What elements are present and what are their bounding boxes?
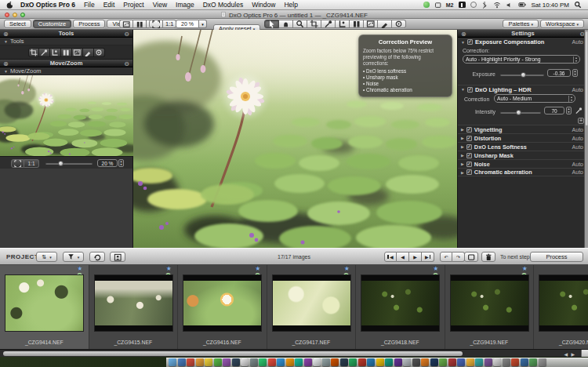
dock-app-icon[interactable] xyxy=(439,358,447,366)
filmstrip-item[interactable]: ★ * _CZG9415.NEF xyxy=(89,265,179,349)
zoom-slider-thumb[interactable] xyxy=(58,161,64,166)
thumbnail-image[interactable] xyxy=(361,275,439,331)
exposure-stepper[interactable]: ▴▾ xyxy=(572,69,578,77)
horizon-tool-button[interactable] xyxy=(336,20,350,28)
dock-app-icon[interactable] xyxy=(448,358,456,366)
menu-file[interactable]: File xyxy=(84,1,95,9)
thumbnail-image[interactable] xyxy=(183,275,261,331)
thumbnail-image[interactable] xyxy=(273,275,350,331)
zoom-slider-track[interactable] xyxy=(45,162,93,165)
scrollbar-thumb[interactable] xyxy=(3,351,463,356)
frame-tool-button[interactable] xyxy=(72,48,83,57)
enable-checkbox[interactable]: ✓ xyxy=(467,87,473,93)
dock-app-icon[interactable] xyxy=(457,358,465,366)
navigator-thumbnail[interactable] xyxy=(0,75,133,156)
undo-button[interactable]: ↶ xyxy=(440,252,452,262)
dust-tool-button[interactable] xyxy=(378,20,392,28)
frame-tool-button[interactable] xyxy=(364,20,378,28)
filmstrip-item[interactable]: ★ * _CZG9416.NEF xyxy=(178,265,267,349)
dock-app-icon[interactable] xyxy=(485,358,492,366)
dust-tool-button[interactable] xyxy=(83,48,94,57)
local-adjust-eyedropper-icon[interactable] xyxy=(575,107,583,114)
menu-dxo-modules[interactable]: DxO Modules xyxy=(203,1,244,9)
filmstrip-item[interactable]: ★ * _CZG9417.NEF xyxy=(267,265,357,349)
dock-app-icon[interactable] xyxy=(259,358,267,366)
dock-app-icon[interactable] xyxy=(331,358,339,366)
enable-checkbox[interactable]: ✓ xyxy=(466,136,472,141)
disclosure-triangle-icon[interactable]: ▼ xyxy=(4,69,8,74)
zoom-tool-button[interactable] xyxy=(293,20,307,28)
dock-app-icon[interactable] xyxy=(214,358,222,366)
square-menu-icon[interactable] xyxy=(434,2,441,9)
green-status-icon[interactable] xyxy=(423,2,430,8)
star-rating-icon[interactable]: ★ xyxy=(255,265,260,272)
star-rating-icon[interactable]: ★ xyxy=(433,265,438,272)
dock-app-icon[interactable] xyxy=(241,358,249,366)
enable-checkbox[interactable]: ✓ xyxy=(466,127,472,133)
lighting-correction-dropdown[interactable]: Auto - Medium ▴▾ xyxy=(494,94,575,103)
enable-checkbox[interactable]: ✓ xyxy=(466,144,472,150)
section-lens-softness[interactable]: ▶✓ DxO Lens SoftnessAuto xyxy=(458,142,588,151)
star-rating-icon[interactable]: ★ xyxy=(344,265,350,272)
dock-app-icon[interactable] xyxy=(466,358,474,366)
split-image-view-button[interactable] xyxy=(133,20,147,28)
dock-app-icon[interactable] xyxy=(313,358,321,366)
dock-app-icon[interactable] xyxy=(349,358,357,366)
dock-app-icon[interactable] xyxy=(205,358,212,366)
section-distortion[interactable]: ▶✓ DistortionAuto xyxy=(458,133,588,142)
close-palette-icon[interactable]: ⊗ xyxy=(461,31,466,38)
dock-app-icon[interactable] xyxy=(178,358,186,366)
dxo-lighting-header[interactable]: ▼ ✓ DxO Lighting – HDR Auto xyxy=(458,85,588,93)
eyedropper-tool-button[interactable] xyxy=(39,48,50,57)
scroll-right-icon[interactable]: ▶ xyxy=(571,351,575,357)
filmstrip-item[interactable]: ★ * _CZG9418.NEF xyxy=(356,265,445,349)
dock-app-icon[interactable] xyxy=(475,358,483,366)
next-image-button[interactable]: ▶ xyxy=(409,252,422,262)
exposure-correction-dropdown[interactable]: Auto - Highlight Priority - Strong ▴▾ xyxy=(463,55,580,64)
filmstrip-scrollbar[interactable]: ◀ ▶ xyxy=(0,349,588,357)
dock-app-icon[interactable] xyxy=(503,358,510,366)
section-vignetting[interactable]: ▶✓ VignettingAuto xyxy=(458,125,588,133)
filmstrip-item[interactable]: _CZG9420.NEF xyxy=(534,265,588,349)
exposure-value-field[interactable]: -0.36 xyxy=(547,69,571,77)
fit-to-screen-button[interactable] xyxy=(11,159,24,168)
app-menu-title[interactable]: DxO Optics Pro 6 xyxy=(20,1,75,9)
dock-app-icon[interactable] xyxy=(169,358,176,366)
enable-checkbox[interactable]: ✓ xyxy=(466,162,472,167)
menu-help[interactable]: Help xyxy=(284,1,297,9)
last-image-button[interactable]: ▶ xyxy=(422,252,434,262)
exposure-compensation-header[interactable]: ▼ ✓ Exposure Compensation Auto xyxy=(458,38,588,46)
workspace-button[interactable]: Workspace▾ xyxy=(540,20,584,28)
battery-icon[interactable] xyxy=(517,1,527,9)
zoom-level-caret[interactable]: ▾ xyxy=(199,20,207,28)
disclosure-triangle-icon[interactable]: ▶ xyxy=(461,170,464,175)
time-machine-icon[interactable] xyxy=(470,2,477,8)
menu-clock[interactable]: Sat 10:40 PM xyxy=(532,2,569,9)
dock-app-icon[interactable] xyxy=(304,358,312,366)
disclosure-triangle-icon[interactable]: ▶ xyxy=(461,162,464,166)
disclosure-triangle-icon[interactable]: ▶ xyxy=(461,153,464,158)
dock-app-icon[interactable] xyxy=(358,358,366,366)
menu-image[interactable]: Image xyxy=(176,1,194,9)
filmstrip-item[interactable]: ★ * _CZG9414.NEF xyxy=(0,265,89,349)
intensity-stepper[interactable]: ▴▾ xyxy=(566,107,572,114)
dock-app-icon[interactable] xyxy=(394,358,402,366)
redo-button[interactable]: ↷ xyxy=(452,252,465,262)
dock-app-icon[interactable] xyxy=(521,358,528,366)
parallels-menu-icon[interactable] xyxy=(459,2,466,8)
horizon-tool-button[interactable] xyxy=(50,48,61,57)
process-button[interactable]: Process xyxy=(530,252,583,262)
close-palette-icon[interactable]: ⊗ xyxy=(3,31,9,38)
redeye-tool-button[interactable] xyxy=(392,20,406,28)
dock-app-icon[interactable] xyxy=(250,358,258,366)
compare-button[interactable] xyxy=(464,252,478,262)
dock-app-icon[interactable] xyxy=(322,358,330,366)
dock-app-icon[interactable] xyxy=(403,358,411,366)
disclosure-triangle-icon[interactable]: ▶ xyxy=(461,136,464,140)
pointer-tool-button[interactable] xyxy=(264,20,279,28)
disclosure-triangle-icon[interactable]: ▶ xyxy=(461,144,464,149)
spotlight-icon[interactable] xyxy=(574,1,582,9)
dock-app-icon[interactable] xyxy=(529,358,537,366)
tab-select[interactable]: Select xyxy=(4,20,31,28)
input-source-badge[interactable]: M2 xyxy=(446,2,454,8)
